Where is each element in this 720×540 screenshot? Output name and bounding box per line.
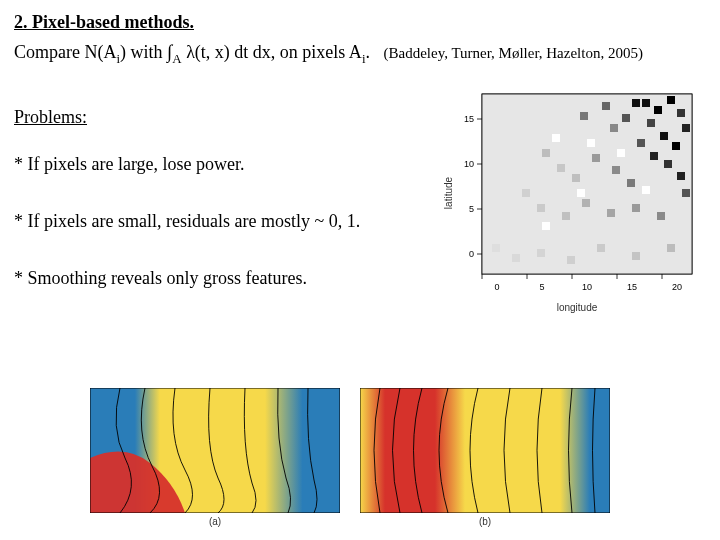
svg-rect-16 [682,124,690,132]
svg-rect-21 [602,102,610,110]
eq-part: λ(t, x) dt dx, on pixels A [182,42,362,62]
svg-rect-25 [650,152,658,160]
x-tick: 15 [627,282,637,292]
bullet-item: * If pixels are large, lose power. [14,154,434,175]
eq-part: . [365,42,370,62]
pixel-residual-plot: latitude longitude [452,88,702,298]
svg-rect-22 [610,124,618,132]
svg-rect-42 [552,134,560,142]
svg-rect-40 [632,204,640,212]
svg-rect-23 [580,112,588,120]
svg-rect-37 [562,212,570,220]
svg-rect-28 [682,189,690,197]
svg-rect-30 [557,164,565,172]
svg-rect-32 [592,154,600,162]
eq-part: Compare N(A [14,42,116,62]
citation: (Baddeley, Turner, Møller, Hazelton, 200… [383,45,642,61]
svg-rect-47 [642,186,650,194]
panel-a: (a) [90,388,340,513]
eq-part: ) with [120,42,167,62]
svg-rect-17 [647,119,655,127]
svg-rect-38 [582,199,590,207]
svg-rect-15 [677,109,685,117]
svg-rect-18 [622,114,630,122]
x-tick: 0 [494,282,499,292]
y-tick: 5 [469,204,474,214]
panel-caption: (b) [479,516,491,527]
panel-b: (b) [360,388,610,513]
svg-rect-20 [672,142,680,150]
svg-rect-45 [617,149,625,157]
y-axis-label: latitude [443,177,454,209]
svg-rect-27 [677,172,685,180]
y-tick: 10 [464,159,474,169]
panel-caption: (a) [209,516,221,527]
svg-rect-43 [587,139,595,147]
svg-rect-52 [597,244,605,252]
x-tick: 5 [539,282,544,292]
svg-rect-50 [537,249,545,257]
svg-rect-54 [667,244,675,252]
bullet-item: * If pixels are small, residuals are mos… [14,211,434,232]
svg-rect-39 [607,209,615,217]
svg-rect-24 [637,139,645,147]
svg-rect-48 [492,244,500,252]
svg-rect-51 [567,256,575,264]
x-tick: 20 [672,282,682,292]
equation-line: Compare N(Ai) with ∫A λ(t, x) dt dx, on … [14,41,706,67]
svg-rect-58 [360,388,610,513]
svg-rect-34 [627,179,635,187]
svg-rect-44 [577,189,585,197]
svg-rect-13 [654,106,662,114]
svg-rect-14 [667,96,675,104]
svg-rect-35 [522,189,530,197]
svg-rect-12 [642,99,650,107]
y-tick: 15 [464,114,474,124]
svg-rect-46 [542,222,550,230]
y-tick: 0 [469,249,474,259]
svg-rect-53 [632,252,640,260]
svg-rect-1 [482,94,692,274]
svg-rect-19 [660,132,668,140]
svg-rect-26 [664,160,672,168]
x-tick: 10 [582,282,592,292]
svg-rect-29 [542,149,550,157]
svg-rect-41 [657,212,665,220]
svg-rect-36 [537,204,545,212]
svg-rect-31 [572,174,580,182]
svg-rect-11 [632,99,640,107]
svg-rect-33 [612,166,620,174]
x-axis-label: longitude [557,302,598,313]
svg-rect-49 [512,254,520,262]
section-title: 2. Pixel-based methods. [14,12,706,33]
bullet-item: * Smoothing reveals only gross features. [14,268,434,289]
contour-panels: (a) [90,388,630,528]
eq-sub: A [172,51,181,66]
